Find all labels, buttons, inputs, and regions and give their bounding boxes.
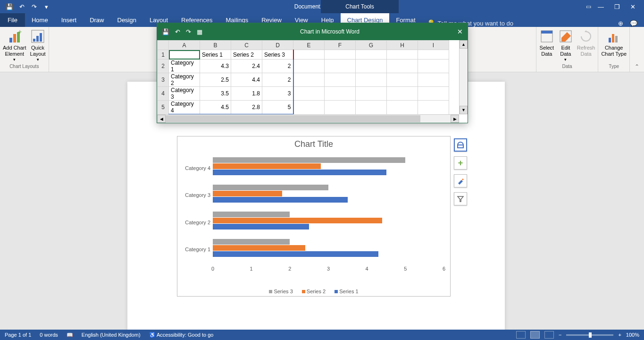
cell-G2[interactable]: [356, 60, 387, 73]
cell-B5[interactable]: 4.5: [200, 101, 231, 115]
cell-E1[interactable]: [293, 50, 325, 60]
col-header-A[interactable]: A: [169, 41, 200, 50]
minimize-button[interactable]: —: [598, 3, 604, 10]
comments-icon[interactable]: 💬: [630, 20, 644, 27]
scroll-thumb[interactable]: [166, 115, 420, 122]
select-data-button[interactable]: Select Data: [539, 29, 554, 57]
scroll-down-button[interactable]: ▼: [460, 106, 468, 114]
cell-E5[interactable]: [293, 101, 325, 115]
zoom-level[interactable]: 100%: [626, 332, 639, 338]
zoom-in-button[interactable]: +: [618, 332, 621, 338]
cell-F5[interactable]: [325, 101, 356, 115]
col-header-H[interactable]: H: [387, 41, 418, 50]
language-indicator[interactable]: English (United Kingdom): [82, 332, 141, 338]
bar-Category1-Series3[interactable]: [213, 239, 290, 245]
horizontal-scrollbar[interactable]: ◀ ▶: [157, 114, 459, 123]
cell-C3[interactable]: 4.4: [231, 73, 262, 87]
cell-A3[interactable]: Category 2: [169, 73, 200, 87]
cell-I3[interactable]: [418, 73, 449, 87]
cell-A4[interactable]: Category 3: [169, 87, 200, 101]
undo-icon[interactable]: ↶: [18, 3, 25, 10]
change-chart-type-button[interactable]: Change Chart Type: [601, 29, 627, 57]
print-layout-button[interactable]: [530, 331, 540, 339]
bar-Category2-Series3[interactable]: [213, 212, 290, 217]
cell-B3[interactable]: 2.5: [200, 73, 231, 87]
cell-E3[interactable]: [293, 73, 325, 87]
cell-A1[interactable]: [169, 50, 200, 60]
ribbon-display-icon[interactable]: ▭: [586, 3, 591, 10]
cell-I1[interactable]: [418, 50, 449, 60]
row-header-1[interactable]: 1: [158, 50, 169, 60]
cell-E4[interactable]: [293, 87, 325, 101]
vertical-scrollbar[interactable]: ▲ ▼: [459, 40, 468, 114]
collapse-ribbon-icon[interactable]: ⌃: [630, 61, 644, 72]
qat-customize-icon[interactable]: ▾: [42, 3, 50, 10]
tab-home[interactable]: Home: [25, 13, 55, 27]
cell-A5[interactable]: Category 4: [169, 101, 200, 115]
cell-H3[interactable]: [387, 73, 418, 87]
cell-H1[interactable]: [387, 50, 418, 60]
row-header-5[interactable]: 5: [158, 101, 169, 115]
cell-D2[interactable]: 2: [262, 60, 293, 73]
cell-C1[interactable]: Series 2: [231, 50, 262, 60]
bar-Category4-Series2[interactable]: [213, 163, 321, 169]
redo-icon[interactable]: ↷: [30, 3, 38, 10]
cell-C4[interactable]: 1.8: [231, 87, 262, 101]
cell-F1[interactable]: [325, 50, 356, 60]
excel-undo-icon[interactable]: ↶: [175, 28, 180, 35]
refresh-data-button[interactable]: Refresh Data: [577, 29, 595, 57]
tab-insert[interactable]: Insert: [55, 13, 84, 27]
chart-legend[interactable]: Series 3 Series 2 Series 1: [177, 289, 450, 294]
chart-object[interactable]: Chart Title Category 4Category 3Category…: [177, 136, 451, 297]
cell-H5[interactable]: [387, 101, 418, 115]
bar-Category2-Series1[interactable]: [213, 224, 309, 230]
scroll-left-button[interactable]: ◀: [157, 115, 166, 123]
cell-H2[interactable]: [387, 60, 418, 73]
word-count[interactable]: 0 words: [40, 332, 58, 338]
bar-Category4-Series1[interactable]: [213, 170, 386, 175]
bar-Category1-Series2[interactable]: [213, 245, 305, 251]
cell-B4[interactable]: 3.5: [200, 87, 231, 101]
spell-check-icon[interactable]: 📖: [67, 332, 73, 338]
tab-file[interactable]: File: [0, 13, 25, 27]
cell-E2[interactable]: [293, 60, 325, 73]
tab-draw[interactable]: Draw: [83, 13, 110, 27]
web-layout-button[interactable]: [544, 331, 554, 339]
cell-G3[interactable]: [356, 73, 387, 87]
col-header-B[interactable]: B: [200, 41, 231, 50]
bar-Category4-Series3[interactable]: [213, 157, 405, 163]
accessibility-indicator[interactable]: ♿ Accessibility: Good to go: [149, 332, 214, 338]
bar-Category1-Series1[interactable]: [213, 251, 378, 257]
tab-design[interactable]: Design: [111, 13, 143, 27]
share-icon[interactable]: ⊕: [618, 20, 630, 27]
cell-D1[interactable]: Series 3: [262, 50, 293, 60]
cell-H4[interactable]: [387, 87, 418, 101]
scroll-up-button[interactable]: ▲: [460, 40, 468, 49]
cell-F2[interactable]: [325, 60, 356, 73]
chart-filters-button[interactable]: [454, 192, 467, 205]
quick-layout-button[interactable]: Quick Layout: [30, 29, 46, 62]
col-header-E[interactable]: E: [293, 41, 325, 50]
row-header-2[interactable]: 2: [158, 60, 169, 73]
cell-D4[interactable]: 3: [262, 87, 293, 101]
cell-A2[interactable]: Category 1: [169, 60, 200, 73]
row-header-4[interactable]: 4: [158, 87, 169, 101]
row-header-3[interactable]: 3: [158, 73, 169, 87]
chart-elements-button[interactable]: +: [454, 156, 467, 170]
cell-G4[interactable]: [356, 87, 387, 101]
col-header-F[interactable]: F: [325, 41, 356, 50]
cell-I2[interactable]: [418, 60, 449, 73]
edit-data-button[interactable]: Edit Data: [558, 29, 573, 62]
cell-F4[interactable]: [325, 87, 356, 101]
excel-save-icon[interactable]: 💾: [162, 28, 169, 35]
cell-G5[interactable]: [356, 101, 387, 115]
layout-options-button[interactable]: [454, 138, 467, 152]
spreadsheet[interactable]: ABCDEFGHI1Series 1Series 2Series 32Categ…: [157, 40, 459, 114]
bar-Category3-Series2[interactable]: [213, 191, 282, 196]
page-indicator[interactable]: Page 1 of 1: [5, 332, 31, 338]
cell-I4[interactable]: [418, 87, 449, 101]
excel-close-button[interactable]: ✕: [457, 28, 463, 35]
excel-chart-icon[interactable]: ▦: [197, 28, 202, 35]
maximize-button[interactable]: ❐: [614, 3, 620, 10]
cell-D3[interactable]: 2: [262, 73, 293, 87]
